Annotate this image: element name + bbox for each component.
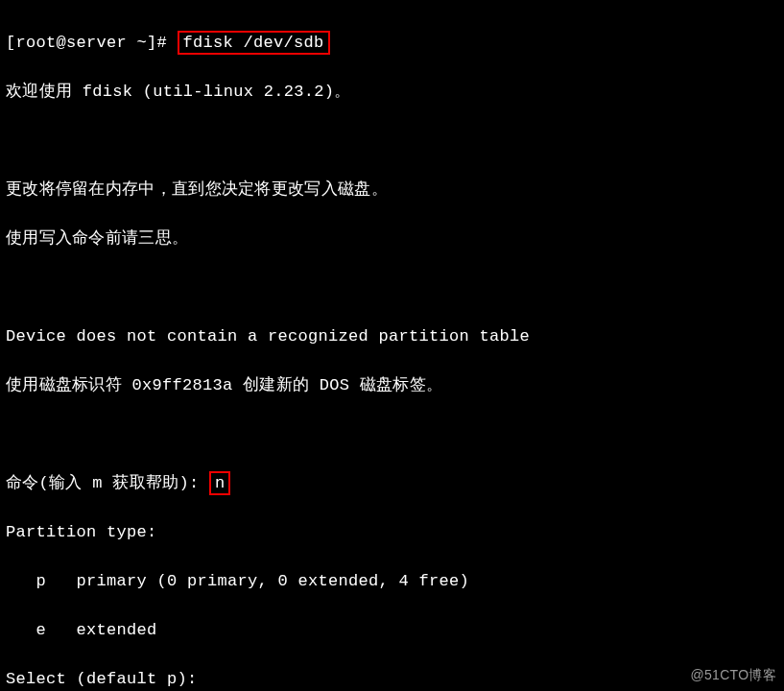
output-line	[6, 129, 778, 154]
output-line: 欢迎使用 fdisk (util-linux 2.23.2)。	[6, 80, 778, 105]
output-line	[6, 275, 778, 300]
command-prompt-line: 命令(输入 m 获取帮助): n	[6, 471, 778, 496]
prompt-line: [root@server ~]# fdisk /dev/sdb	[6, 31, 778, 56]
command-highlight: fdisk /dev/sdb	[178, 31, 330, 55]
output-line	[6, 422, 778, 447]
cmd-help-label: 命令(输入 m 获取帮助):	[6, 474, 209, 492]
watermark-label: @51CTO博客	[691, 665, 776, 685]
output-line: Select (default p):	[6, 667, 778, 692]
user-input-n: n	[209, 471, 231, 495]
output-line: 使用写入命令前请三思。	[6, 226, 778, 251]
terminal-output[interactable]: [root@server ~]# fdisk /dev/sdb 欢迎使用 fdi…	[6, 6, 778, 691]
output-line: 使用磁盘标识符 0x9ff2813a 创建新的 DOS 磁盘标签。	[6, 373, 778, 398]
output-line: e extended	[6, 618, 778, 643]
output-line: p primary (0 primary, 0 extended, 4 free…	[6, 569, 778, 594]
output-line: Partition type:	[6, 520, 778, 545]
output-line: Device does not contain a recognized par…	[6, 324, 778, 349]
output-line: 更改将停留在内存中，直到您决定将更改写入磁盘。	[6, 178, 778, 203]
prompt-prefix: [root@server ~]#	[6, 34, 167, 52]
